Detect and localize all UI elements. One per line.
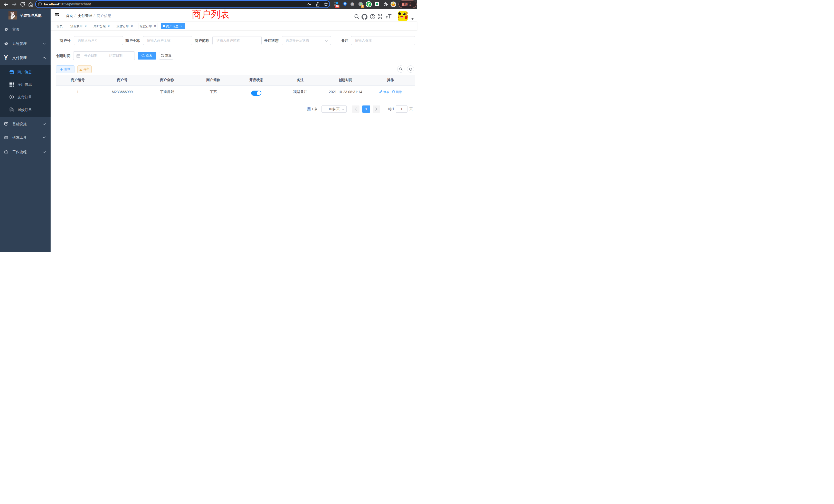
svg-text:¥: ¥ <box>11 96 13 98</box>
